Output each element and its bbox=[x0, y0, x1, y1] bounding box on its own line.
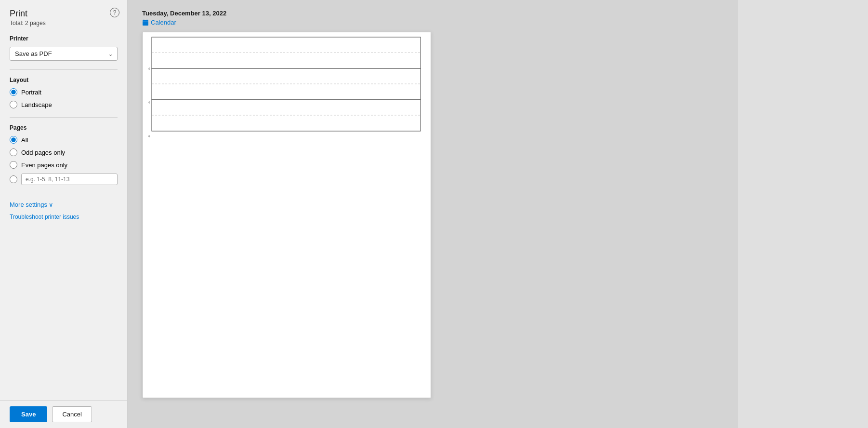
layout-portrait-radio[interactable] bbox=[10, 88, 17, 96]
preview-date: Tuesday, December 13, 2022 bbox=[142, 10, 226, 17]
pages-odd-option[interactable]: Odd pages only bbox=[10, 148, 118, 156]
preview-header: Tuesday, December 13, 2022 Calendar bbox=[142, 10, 226, 26]
pages-even-label: Even pages only bbox=[21, 161, 67, 169]
pages-label: Pages bbox=[10, 124, 118, 131]
divider-2 bbox=[10, 117, 118, 118]
print-title: Print bbox=[10, 9, 118, 19]
divider-1 bbox=[10, 69, 118, 70]
preview-source[interactable]: Calendar bbox=[142, 19, 226, 26]
pages-odd-label: Odd pages only bbox=[21, 149, 65, 156]
svg-rect-0 bbox=[143, 20, 148, 26]
paper-preview: 4 4 4 bbox=[142, 32, 431, 398]
pages-all-option[interactable]: All bbox=[10, 136, 118, 144]
layout-radio-group: Portrait Landscape bbox=[10, 88, 118, 108]
pages-even-option[interactable]: Even pages only bbox=[10, 161, 118, 169]
pages-odd-radio[interactable] bbox=[10, 148, 17, 156]
print-panel: Print Total: 2 pages ? Printer Save as P… bbox=[0, 0, 128, 428]
pages-custom-input[interactable] bbox=[21, 174, 118, 185]
troubleshoot-link[interactable]: Troubleshoot printer issues bbox=[10, 214, 79, 220]
help-icon[interactable]: ? bbox=[110, 8, 119, 17]
more-settings-link[interactable]: More settings ∨ bbox=[10, 201, 118, 208]
svg-text:4: 4 bbox=[148, 134, 150, 138]
printer-section: Printer Save as PDF Microsoft Print to P… bbox=[10, 35, 118, 61]
pages-all-radio[interactable] bbox=[10, 136, 17, 144]
print-subtitle: Total: 2 pages bbox=[10, 20, 118, 27]
pages-all-label: All bbox=[21, 136, 28, 144]
more-settings-label: More settings bbox=[10, 201, 47, 208]
svg-rect-6 bbox=[152, 68, 421, 100]
pages-radio-group: All Odd pages only Even pages only bbox=[10, 136, 118, 185]
cancel-button[interactable]: Cancel bbox=[52, 406, 92, 422]
svg-rect-4 bbox=[152, 37, 421, 68]
preview-panel: Tuesday, December 13, 2022 Calendar bbox=[128, 0, 738, 428]
pages-section: Pages All Odd pages only Even pages only bbox=[10, 124, 118, 185]
save-button[interactable]: Save bbox=[10, 406, 47, 422]
layout-label: Layout bbox=[10, 77, 118, 83]
pages-custom-radio[interactable] bbox=[10, 175, 17, 183]
svg-rect-8 bbox=[152, 100, 421, 131]
calendar-icon bbox=[142, 19, 149, 26]
svg-text:4: 4 bbox=[148, 100, 150, 105]
more-settings-chevron-icon: ∨ bbox=[49, 201, 53, 208]
layout-portrait-option[interactable]: Portrait bbox=[10, 88, 118, 96]
svg-rect-1 bbox=[144, 19, 145, 21]
printer-label: Printer bbox=[10, 35, 118, 42]
layout-landscape-option[interactable]: Landscape bbox=[10, 101, 118, 108]
svg-text:4: 4 bbox=[148, 67, 150, 71]
layout-portrait-label: Portrait bbox=[21, 89, 41, 96]
layout-landscape-label: Landscape bbox=[21, 101, 52, 108]
preview-source-label: Calendar bbox=[151, 19, 176, 26]
calendar-grid-preview: 4 4 4 bbox=[143, 32, 431, 167]
svg-rect-2 bbox=[147, 19, 148, 21]
layout-section: Layout Portrait Landscape bbox=[10, 77, 118, 108]
footer-buttons: Save Cancel bbox=[0, 400, 127, 428]
divider-3 bbox=[10, 194, 118, 194]
far-right-panel bbox=[738, 0, 868, 428]
pages-even-radio[interactable] bbox=[10, 161, 17, 169]
layout-landscape-radio[interactable] bbox=[10, 101, 17, 108]
printer-select[interactable]: Save as PDF Microsoft Print to PDF bbox=[10, 47, 118, 61]
pages-custom-item bbox=[10, 174, 118, 185]
printer-dropdown-wrapper: Save as PDF Microsoft Print to PDF ⌄ bbox=[10, 47, 118, 61]
svg-rect-3 bbox=[143, 22, 148, 22]
